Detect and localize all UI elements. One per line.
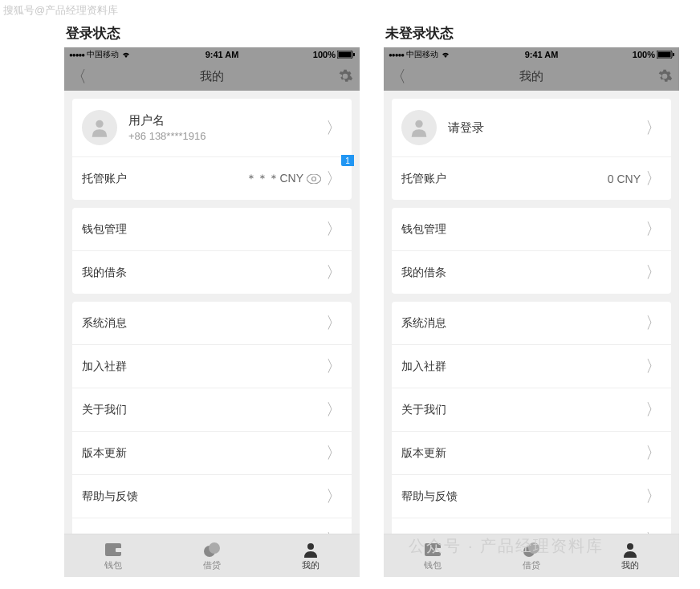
user-profile-row[interactable]: 用户名 +86 138****1916 〉: [72, 99, 352, 157]
signal-dots-icon: ●●●●●: [389, 51, 404, 59]
my-iou-label: 我的借条: [82, 266, 326, 280]
tab-mine-label: 我的: [302, 559, 319, 571]
community-row[interactable]: 加入社群〉: [392, 345, 671, 388]
my-iou-label: 我的借条: [401, 266, 645, 280]
wallet-icon: [104, 541, 122, 559]
user-card: 请登录 〉 托管账户 0 CNY 〉: [392, 99, 671, 200]
svg-point-13: [415, 120, 422, 128]
tab-wallet-label: 钱包: [104, 559, 122, 571]
about-label: 关于我们: [82, 403, 326, 417]
svg-point-8: [209, 542, 220, 554]
community-label: 加入社群: [82, 359, 326, 374]
svg-point-9: [307, 543, 314, 550]
tab-wallet[interactable]: 钱包: [384, 534, 482, 577]
svg-point-3: [96, 120, 103, 128]
chevron-right-icon: 〉: [645, 399, 661, 420]
svg-rect-12: [673, 53, 674, 56]
version-label: 版本更新: [401, 446, 645, 461]
chevron-right-icon: 〉: [326, 168, 342, 189]
svg-point-18: [627, 543, 633, 550]
my-iou-row[interactable]: 我的借条〉: [392, 251, 671, 294]
tab-bar: 钱包 借贷 我的: [384, 534, 679, 577]
settings-button[interactable]: [337, 68, 353, 84]
wallet-mgmt-row[interactable]: 钱包管理 〉: [72, 208, 352, 251]
trust-account-row[interactable]: 托管账户 0 CNY 〉: [392, 157, 671, 200]
settings-card: 系统消息〉 加入社群〉 关于我们〉 版本更新〉 帮助与反馈〉 邀请好友〉: [72, 302, 352, 534]
phone-logged: ●●●●● 中国移动 9:41 AM 100% 〈 我的: [64, 47, 360, 577]
chevron-right-icon: 〉: [326, 355, 342, 377]
person-icon: [622, 541, 638, 559]
tab-lending-label: 借贷: [523, 559, 540, 571]
signal-dots-icon: ●●●●●: [69, 51, 84, 59]
community-row[interactable]: 加入社群〉: [72, 345, 352, 388]
about-row[interactable]: 关于我们〉: [392, 388, 671, 432]
version-row[interactable]: 版本更新〉: [392, 432, 671, 475]
wallet-card: 钱包管理 〉 我的借条 〉: [72, 208, 352, 294]
my-iou-row[interactable]: 我的借条 〉: [72, 251, 352, 294]
nav-title: 我的: [200, 69, 224, 84]
back-button[interactable]: 〈: [390, 66, 406, 87]
wifi-icon: [441, 51, 450, 59]
help-label: 帮助与反馈: [82, 489, 326, 504]
invite-row[interactable]: 邀请好友〉: [392, 518, 671, 534]
svg-rect-15: [435, 548, 442, 552]
version-label: 版本更新: [82, 446, 326, 461]
state-title-logged: 登录状态: [64, 24, 360, 43]
battery-text: 100%: [313, 50, 336, 59]
eye-icon[interactable]: [307, 174, 321, 184]
battery-icon: [337, 51, 355, 59]
version-row[interactable]: 版本更新〉: [72, 432, 352, 475]
tab-lending[interactable]: 借贷: [482, 534, 581, 577]
username-text: 用户名: [128, 113, 326, 128]
chevron-right-icon: 〉: [326, 485, 342, 507]
sysmsg-row[interactable]: 系统消息〉: [392, 302, 671, 345]
invite-row[interactable]: 邀请好友〉: [72, 518, 352, 534]
sysmsg-row[interactable]: 系统消息〉: [72, 302, 352, 345]
login-prompt-row[interactable]: 请登录 〉: [392, 99, 671, 157]
back-button[interactable]: 〈: [71, 66, 87, 87]
wallet-card: 钱包管理〉 我的借条〉: [392, 208, 671, 294]
tab-lending-label: 借贷: [203, 559, 221, 571]
content-area: 用户名 +86 138****1916 〉 托管账户 ＊＊＊CNY: [64, 91, 360, 534]
about-row[interactable]: 关于我们〉: [72, 388, 352, 432]
status-bar: ●●●●● 中国移动 9:41 AM 100%: [64, 47, 360, 62]
chevron-right-icon: 〉: [645, 442, 661, 464]
content-area: 请登录 〉 托管账户 0 CNY 〉 钱包管理〉 我的借条〉 系统消息〉: [384, 91, 679, 534]
chevron-right-icon: 〉: [645, 485, 661, 507]
tab-lending[interactable]: 借贷: [163, 534, 262, 577]
chevron-right-icon: 〉: [645, 262, 661, 283]
tab-wallet[interactable]: 钱包: [64, 534, 163, 577]
nav-bar: 〈 我的: [64, 62, 360, 91]
svg-rect-6: [116, 548, 122, 552]
person-icon: [303, 541, 319, 559]
tab-bar: 钱包 借贷 我的: [64, 534, 360, 577]
battery-text: 100%: [633, 50, 655, 59]
phone-notlogged: ●●●●● 中国移动 9:41 AM 100% 〈 我的: [384, 47, 679, 577]
account-value: 0 CNY: [608, 173, 641, 185]
sysmsg-label: 系统消息: [401, 316, 645, 331]
tab-mine[interactable]: 我的: [580, 534, 679, 577]
chevron-right-icon: 〉: [326, 529, 342, 534]
carrier-text: 中国移动: [406, 49, 438, 60]
wallet-mgmt-row[interactable]: 钱包管理〉: [392, 208, 671, 251]
status-time: 9:41 AM: [525, 50, 559, 59]
chevron-right-icon: 〉: [645, 312, 661, 334]
chevron-right-icon: 〉: [645, 168, 661, 189]
chevron-right-icon: 〉: [645, 218, 661, 240]
watermark-top: 搜狐号@产品经理资料库: [3, 3, 118, 18]
coins-icon: [523, 541, 540, 559]
help-row[interactable]: 帮助与反馈〉: [392, 475, 671, 518]
account-value: ＊＊＊CNY: [246, 172, 303, 186]
avatar-icon: [82, 110, 117, 145]
wifi-icon: [121, 51, 131, 59]
settings-button[interactable]: [657, 68, 673, 84]
svg-rect-11: [658, 52, 671, 58]
help-row[interactable]: 帮助与反馈〉: [72, 475, 352, 518]
trust-account-row[interactable]: 托管账户 ＊＊＊CNY 〉 1: [72, 157, 352, 200]
tab-wallet-label: 钱包: [424, 559, 442, 571]
chevron-right-icon: 〉: [326, 218, 342, 240]
tab-mine-label: 我的: [621, 559, 639, 571]
chevron-right-icon: 〉: [326, 312, 342, 334]
invite-label: 邀请好友: [401, 533, 645, 534]
tab-mine[interactable]: 我的: [261, 534, 360, 577]
